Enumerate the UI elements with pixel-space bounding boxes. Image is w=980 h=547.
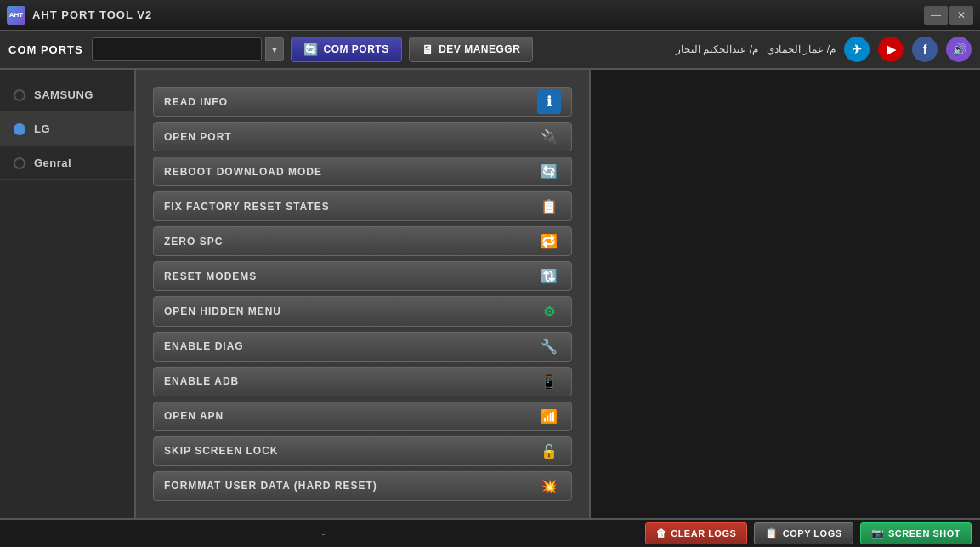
action-btn-icon-11: 💥 (537, 474, 561, 498)
close-button[interactable]: ✕ (949, 6, 973, 25)
sidebar-item-samsung[interactable]: SAMSUNG (0, 78, 134, 112)
action-btn-icon-5: 🔃 (537, 265, 561, 288)
action-btn-8[interactable]: ENABLE ADB 📱 (153, 367, 572, 396)
action-btn-1[interactable]: OPEN PORT 🔌 (153, 122, 572, 151)
app-title: AHT PORT TOOL V2 (32, 9, 152, 21)
lg-label: LG (34, 123, 50, 135)
action-btn-icon-0: ℹ (537, 90, 561, 114)
copy-logs-button[interactable]: 📋 COPY LOGS (754, 522, 853, 544)
copy-logs-icon: 📋 (765, 527, 779, 539)
action-btn-11[interactable]: FORMMAT USER DATA (HARD RESET) 💥 (153, 471, 572, 501)
screenshot-label: SCREEN SHOT (888, 528, 960, 538)
action-btn-label-11: FORMMAT USER DATA (HARD RESET) (164, 480, 377, 492)
action-btn-label-3: FIX FACTORY RESET STATES (164, 201, 330, 213)
action-btn-label-8: ENABLE ADB (164, 375, 239, 387)
minimize-button[interactable]: — (924, 6, 948, 25)
status-bar: - 🗑 CLEAR LOGS 📋 COPY LOGS 📷 SCREEN SHOT (0, 518, 980, 547)
clear-logs-icon: 🗑 (656, 527, 667, 539)
general-dot (14, 157, 25, 169)
action-btn-3[interactable]: FIX FACTORY RESET STATES 📋 (153, 191, 572, 221)
telegram-icon[interactable]: ✈ (844, 37, 870, 62)
action-btn-label-7: ENABLE DIAG (164, 340, 244, 352)
copy-logs-label: COPY LOGS (783, 528, 842, 538)
action-btn-5[interactable]: RESET MODEMS 🔃 (153, 261, 572, 291)
action-btn-label-2: REBOOT DOWNLOAD MODE (164, 166, 322, 178)
app-logo: AHT (7, 6, 25, 25)
action-btn-10[interactable]: SKIP SCREEN LOCK 🔓 (153, 436, 572, 466)
clear-logs-button[interactable]: 🗑 CLEAR LOGS (645, 522, 748, 544)
dev-manager-icon: 🖥 (422, 43, 434, 56)
action-btn-4[interactable]: ZERO SPC 🔁 (153, 226, 572, 256)
action-btn-label-4: ZERO SPC (164, 236, 223, 248)
youtube-icon[interactable]: ▶ (878, 37, 904, 62)
action-btn-icon-8: 📱 (537, 369, 561, 393)
dev-manager-button[interactable]: 🖥 DEV MANEGGR (409, 37, 534, 62)
com-ports-refresh-icon: 🔄 (303, 43, 319, 56)
title-bar-left: AHT AHT PORT TOOL V2 (7, 6, 152, 25)
action-btn-icon-2: 🔄 (537, 160, 561, 184)
screenshot-icon: 📷 (871, 527, 885, 539)
action-btn-icon-6: ⚙ (537, 299, 561, 323)
samsung-dot (14, 89, 25, 101)
title-controls: — ✕ (924, 6, 973, 25)
action-btn-label-10: SKIP SCREEN LOCK (164, 445, 278, 457)
action-btn-label-1: OPEN PORT (164, 131, 232, 143)
content-area: READ INFO ℹ OPEN PORT 🔌 REBOOT DOWNLOAD … (136, 70, 589, 518)
action-btn-2[interactable]: REBOOT DOWNLOAD MODE 🔄 (153, 157, 572, 186)
dev-manager-btn-label: DEV MANEGGR (439, 43, 520, 55)
action-btn-label-0: READ INFO (164, 96, 228, 108)
action-btn-label-9: OPEN APN (164, 410, 224, 422)
action-btn-icon-10: 🔓 (537, 439, 561, 463)
arabic-name-2: م/ عمار الحمادي (767, 43, 836, 55)
com-ports-select[interactable] (92, 37, 262, 61)
general-label: Genral (34, 157, 71, 169)
lg-dot (14, 123, 25, 135)
action-btn-6[interactable]: OPEN HIDDEN MENU ⚙ (153, 296, 572, 326)
samsung-label: SAMSUNG (34, 88, 93, 101)
action-btn-icon-7: 🔧 (537, 334, 561, 358)
sidebar-item-lg[interactable]: LG (0, 112, 134, 146)
sidebar: SAMSUNG LG Genral (0, 70, 136, 518)
action-btn-icon-4: 🔁 (537, 230, 561, 254)
action-btn-9[interactable]: OPEN APN 📶 (153, 402, 572, 431)
main-area: SAMSUNG LG Genral READ INFO ℹ OPEN PORT … (0, 70, 980, 518)
action-btn-0[interactable]: READ INFO ℹ (153, 87, 572, 117)
facebook-icon[interactable]: f (912, 37, 938, 62)
top-bar: COM PORTS ▼ 🔄 COM PORTS 🖥 DEV MANEGGR م/… (0, 31, 980, 70)
title-bar: AHT AHT PORT TOOL V2 — ✕ (0, 0, 980, 31)
sidebar-item-general[interactable]: Genral (0, 146, 134, 180)
other-social-icon[interactable]: 🔊 (946, 37, 972, 62)
top-bar-right: م/ عبدالحكيم النجار م/ عمار الحمادي ✈ ▶ … (676, 37, 972, 62)
com-ports-button[interactable]: 🔄 COM PORTS (291, 37, 402, 62)
clear-logs-label: CLEAR LOGS (671, 528, 736, 538)
action-btn-icon-1: 🔌 (537, 125, 561, 149)
dropdown-arrow-icon[interactable]: ▼ (265, 37, 284, 61)
action-btn-label-5: RESET MODEMS (164, 271, 257, 282)
screenshot-button[interactable]: 📷 SCREEN SHOT (860, 522, 972, 544)
action-btn-7[interactable]: ENABLE DIAG 🔧 (153, 332, 572, 362)
action-btn-icon-9: 📶 (537, 404, 561, 428)
log-area (589, 70, 980, 518)
com-ports-btn-label: COM PORTS (324, 43, 389, 55)
action-btn-label-6: OPEN HIDDEN MENU (164, 305, 281, 317)
status-text: - (8, 528, 638, 538)
arabic-name-1: م/ عبدالحكيم النجار (676, 43, 758, 55)
action-btn-icon-3: 📋 (537, 195, 561, 219)
com-ports-label: COM PORTS (8, 43, 85, 56)
